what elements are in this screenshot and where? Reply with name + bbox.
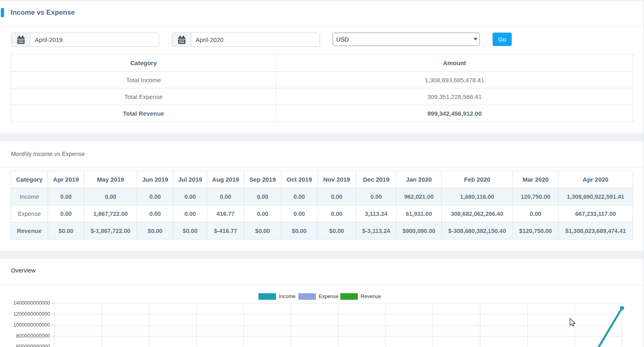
svg-text:1400000000000: 1400000000000 [13, 300, 50, 306]
svg-text:800000000000: 800000000000 [16, 333, 50, 339]
svg-text:1200000000000: 1200000000000 [13, 311, 50, 317]
svg-text:1000000000000: 1000000000000 [13, 322, 50, 328]
svg-text:600000000000: 600000000000 [16, 344, 50, 347]
